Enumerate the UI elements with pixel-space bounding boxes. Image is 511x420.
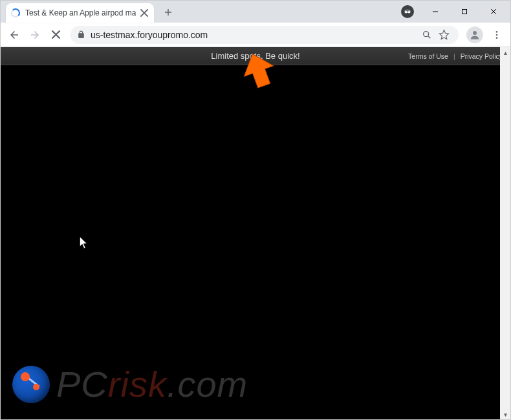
toolbar: us-testmax.foryoupromo.com <box>1 23 510 47</box>
titlebar: Test & Keep an Apple airpod ma <box>1 1 510 23</box>
stop-reload-button[interactable] <box>46 25 65 45</box>
page-body: PCrisk.com <box>1 65 510 419</box>
address-bar[interactable]: us-testmax.foryoupromo.com <box>71 26 459 44</box>
vertical-scrollbar[interactable]: ▴ ▾ <box>500 47 510 419</box>
svg-point-4 <box>473 31 477 35</box>
svg-point-6 <box>496 34 498 36</box>
privacy-link[interactable]: Privacy Policy <box>461 52 503 60</box>
tab-title: Test & Keep an Apple airpod ma <box>25 8 136 17</box>
svg-point-0 <box>405 11 408 14</box>
incognito-icon <box>401 5 414 18</box>
annotation-arrow-icon <box>239 52 278 90</box>
loading-spinner-icon <box>11 8 20 17</box>
watermark-text: PCrisk.com <box>56 363 248 405</box>
close-window-button[interactable] <box>479 2 508 21</box>
url-text: us-testmax.foryoupromo.com <box>91 30 419 40</box>
header-links: Terms of Use | Privacy Policy <box>408 52 503 60</box>
mouse-cursor-icon <box>80 236 89 252</box>
tabs-row: Test & Keep an Apple airpod ma <box>1 1 401 23</box>
terms-link[interactable]: Terms of Use <box>408 52 448 60</box>
forward-button[interactable] <box>25 25 45 45</box>
svg-point-7 <box>496 37 498 39</box>
watermark-logo-icon <box>12 366 50 403</box>
bookmark-star-icon[interactable] <box>435 26 452 43</box>
active-tab[interactable]: Test & Keep an Apple airpod ma <box>6 3 154 23</box>
svg-point-5 <box>496 31 498 33</box>
lock-icon <box>77 30 85 39</box>
window-controls <box>401 1 510 23</box>
new-tab-button[interactable] <box>159 3 177 21</box>
svg-point-3 <box>424 31 429 36</box>
tab-close-button[interactable] <box>140 8 149 17</box>
page-viewport: Limited spots, Be quick! Terms of Use | … <box>1 47 510 419</box>
svg-point-1 <box>408 11 411 14</box>
link-separator: | <box>453 52 455 60</box>
scroll-track[interactable] <box>500 58 510 409</box>
back-button[interactable] <box>5 25 24 45</box>
svg-rect-2 <box>462 10 466 14</box>
watermark: PCrisk.com <box>12 363 248 405</box>
menu-button[interactable] <box>487 25 506 45</box>
maximize-button[interactable] <box>450 2 479 21</box>
minimize-button[interactable] <box>420 2 450 21</box>
search-icon[interactable] <box>419 26 435 43</box>
profile-avatar[interactable] <box>466 26 483 43</box>
scroll-down-icon[interactable]: ▾ <box>500 409 510 419</box>
scroll-up-icon[interactable]: ▴ <box>500 47 510 58</box>
